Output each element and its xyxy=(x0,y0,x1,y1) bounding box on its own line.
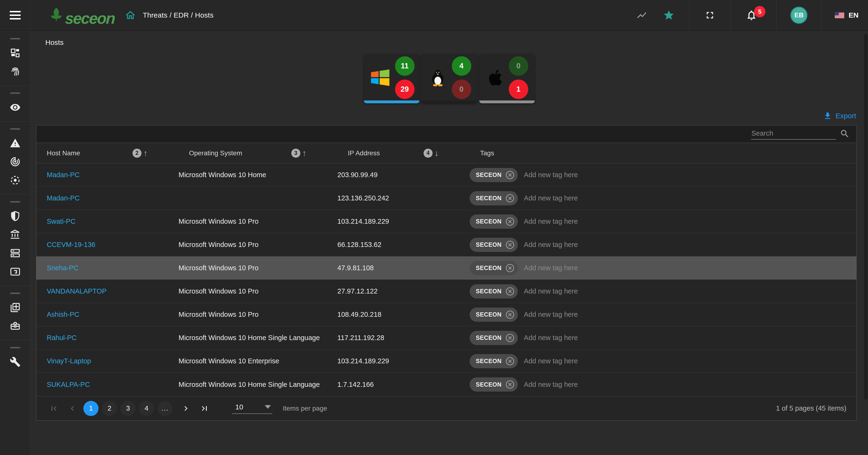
remove-tag-icon[interactable] xyxy=(505,380,515,390)
sidebar-item-focus-target[interactable] xyxy=(9,174,21,186)
os-cell: Microsoft Windows 10 Home Single Languag… xyxy=(179,334,337,342)
host-link[interactable]: VinayT-Laptop xyxy=(47,357,91,365)
sidebar-item-eye[interactable] xyxy=(9,101,21,113)
sidebar-item-library-add[interactable] xyxy=(9,302,21,313)
host-link[interactable]: Madan-PC xyxy=(47,171,80,179)
remove-tag-icon[interactable] xyxy=(505,217,515,226)
prev-page-button[interactable] xyxy=(65,401,80,416)
tag-chip[interactable]: SECEON xyxy=(470,331,518,345)
more-pages-button[interactable]: ... xyxy=(157,401,173,416)
trend-chart-icon[interactable] xyxy=(636,10,647,21)
host-link[interactable]: SUKALPA-PC xyxy=(47,381,90,388)
page-3-button[interactable]: 3 xyxy=(120,401,135,416)
host-link[interactable]: CCEVM-19-136 xyxy=(47,241,95,248)
column-header-host-name[interactable]: Host Name 2 ↑ xyxy=(36,149,179,158)
remove-tag-icon[interactable] xyxy=(505,310,515,320)
scrollbar-thumb[interactable] xyxy=(864,34,868,399)
add-tag-input[interactable] xyxy=(524,381,624,389)
export-button[interactable]: Export xyxy=(823,111,856,120)
table-row[interactable]: Ashish-PC Microsoft Windows 10 Pro 108.4… xyxy=(36,303,856,326)
language-label[interactable]: EN xyxy=(848,11,859,19)
add-tag-input[interactable] xyxy=(524,287,624,295)
tag-chip[interactable]: SECEON xyxy=(470,354,518,368)
add-tag-input[interactable] xyxy=(524,171,624,179)
sidebar-item-shield[interactable] xyxy=(9,210,21,222)
search-icon[interactable] xyxy=(840,129,850,139)
remove-tag-icon[interactable] xyxy=(505,240,515,250)
remove-tag-icon[interactable] xyxy=(505,333,515,343)
breadcrumb: Threats / EDR / Hosts xyxy=(143,11,213,19)
column-label: Tags xyxy=(480,149,494,157)
table-row[interactable]: VANDANALAPTOP Microsoft Windows 10 Pro 2… xyxy=(36,280,856,303)
notifications-bell-icon[interactable]: 5 xyxy=(745,9,757,21)
add-tag-input[interactable] xyxy=(524,217,624,225)
tag-chip[interactable]: SECEON xyxy=(470,191,518,205)
table-row[interactable]: Madan-PC 123.136.250.242 SECEON xyxy=(36,187,856,210)
table-row[interactable]: Rahul-PC Microsoft Windows 10 Home Singl… xyxy=(36,326,856,350)
add-tag-input[interactable] xyxy=(524,311,624,318)
page-2-button[interactable]: 2 xyxy=(102,401,117,416)
tag-chip[interactable]: SECEON xyxy=(470,307,518,322)
last-page-button[interactable] xyxy=(197,401,212,416)
add-tag-input[interactable] xyxy=(524,357,624,365)
tag-chip[interactable]: SECEON xyxy=(470,238,518,252)
sidebar-item-fingerprint[interactable] xyxy=(9,65,21,78)
page-4-button[interactable]: 4 xyxy=(139,401,154,416)
remove-tag-icon[interactable] xyxy=(505,193,515,203)
menu-button[interactable] xyxy=(0,0,30,31)
tag-chip[interactable]: SECEON xyxy=(470,284,518,299)
host-link[interactable]: VANDANALAPTOP xyxy=(47,287,106,295)
add-tag-input[interactable] xyxy=(524,334,624,342)
next-page-button[interactable] xyxy=(178,401,193,416)
table-row[interactable]: Madan-PC Microsoft Windows 10 Home 203.9… xyxy=(36,163,856,187)
table-row[interactable]: Swati-PC Microsoft Windows 10 Pro 103.21… xyxy=(36,210,856,233)
column-header-tags[interactable]: Tags xyxy=(470,149,856,157)
remove-tag-icon[interactable] xyxy=(505,263,515,273)
sidebar-item-radar[interactable] xyxy=(9,156,21,168)
column-header-ip-address[interactable]: IP Address 4 ↓ xyxy=(337,149,470,158)
windows-card[interactable]: 11 29 xyxy=(364,54,419,103)
linux-card[interactable]: 4 0 xyxy=(422,54,477,103)
tag-chip[interactable]: SECEON xyxy=(470,261,518,275)
avatar[interactable]: EB xyxy=(790,7,807,24)
remove-tag-icon[interactable] xyxy=(505,356,515,366)
table-row[interactable]: CCEVM-19-136 Microsoft Windows 10 Pro 66… xyxy=(36,233,856,256)
apple-card[interactable]: 0 1 xyxy=(479,54,535,103)
remove-tag-icon[interactable] xyxy=(505,170,515,180)
sidebar-item-wrench[interactable] xyxy=(9,356,21,368)
tag-chip[interactable]: SECEON xyxy=(470,377,518,392)
apple-card-indicator xyxy=(479,100,535,103)
sidebar-item-dashboard-grid[interactable] xyxy=(9,47,21,59)
host-link[interactable]: Sneha-PC xyxy=(47,264,79,272)
page-1-button[interactable]: 1 xyxy=(83,401,98,416)
host-link[interactable]: Rahul-PC xyxy=(47,334,77,341)
fullscreen-icon[interactable] xyxy=(705,10,715,21)
table-row[interactable]: VinayT-Laptop Microsoft Windows 10 Enter… xyxy=(36,350,856,373)
topbar-divider xyxy=(776,0,777,31)
host-link[interactable]: Ashish-PC xyxy=(47,311,79,318)
add-tag-input[interactable] xyxy=(524,194,624,202)
tags-cell: SECEON xyxy=(470,214,856,229)
sidebar-item-panel[interactable] xyxy=(9,266,21,278)
remove-tag-icon[interactable] xyxy=(505,286,515,296)
add-tag-input[interactable] xyxy=(524,241,624,249)
sidebar-item-bank[interactable] xyxy=(9,229,21,241)
items-per-page-select[interactable]: 10 xyxy=(232,403,272,414)
first-page-button[interactable] xyxy=(46,401,61,416)
table-row[interactable]: Sneha-PC Microsoft Windows 10 Pro 47.9.8… xyxy=(36,256,856,280)
brand-logo[interactable]: seceon xyxy=(48,5,115,25)
column-header-operating-system[interactable]: Operating System 3 ↑ xyxy=(179,149,337,158)
search-input[interactable] xyxy=(751,128,836,140)
table-row[interactable]: SUKALPA-PC Microsoft Windows 10 Home Sin… xyxy=(36,373,856,396)
sidebar-item-server[interactable] xyxy=(9,247,21,259)
sort-order-badge: 2 xyxy=(132,149,142,158)
sidebar-item-warning-triangle[interactable] xyxy=(9,137,21,149)
add-tag-input[interactable] xyxy=(524,264,624,272)
host-link[interactable]: Swati-PC xyxy=(47,217,75,225)
tag-chip[interactable]: SECEON xyxy=(470,168,518,182)
sidebar-item-toolbox[interactable] xyxy=(9,320,21,332)
tag-chip[interactable]: SECEON xyxy=(470,214,518,229)
favorites-star-icon[interactable] xyxy=(663,9,675,21)
home-icon[interactable] xyxy=(125,9,136,21)
host-link[interactable]: Madan-PC xyxy=(47,194,80,202)
